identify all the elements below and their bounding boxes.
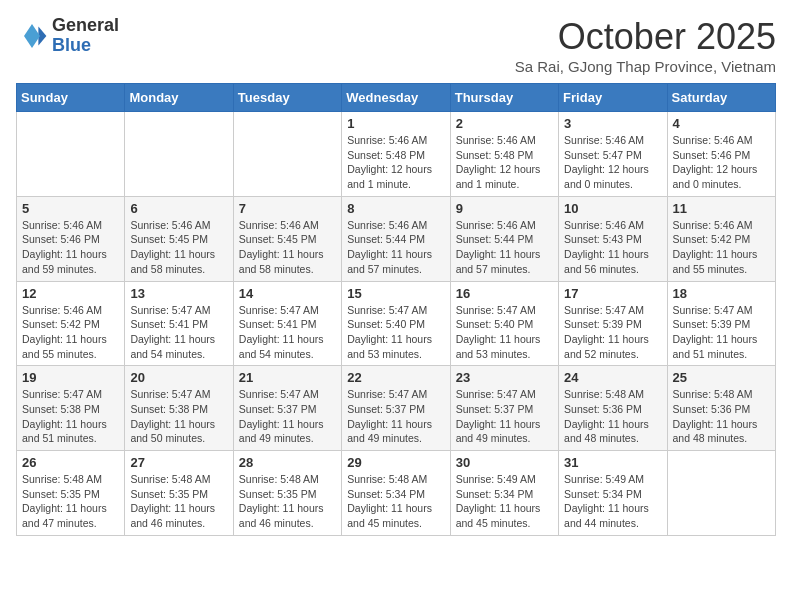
day-info: Sunrise: 5:47 AM Sunset: 5:41 PM Dayligh…	[239, 303, 336, 362]
day-info: Sunrise: 5:48 AM Sunset: 5:34 PM Dayligh…	[347, 472, 444, 531]
calendar-day-cell: 21Sunrise: 5:47 AM Sunset: 5:37 PM Dayli…	[233, 366, 341, 451]
logo-text: General Blue	[52, 16, 119, 56]
day-number: 25	[673, 370, 770, 385]
logo-blue-text: Blue	[52, 35, 91, 55]
calendar-day-cell	[233, 112, 341, 197]
calendar-day-cell: 19Sunrise: 5:47 AM Sunset: 5:38 PM Dayli…	[17, 366, 125, 451]
calendar-day-cell: 10Sunrise: 5:46 AM Sunset: 5:43 PM Dayli…	[559, 196, 667, 281]
calendar-day-cell	[125, 112, 233, 197]
day-info: Sunrise: 5:47 AM Sunset: 5:38 PM Dayligh…	[130, 387, 227, 446]
day-number: 13	[130, 286, 227, 301]
day-number: 7	[239, 201, 336, 216]
day-info: Sunrise: 5:49 AM Sunset: 5:34 PM Dayligh…	[564, 472, 661, 531]
day-number: 6	[130, 201, 227, 216]
day-info: Sunrise: 5:48 AM Sunset: 5:36 PM Dayligh…	[673, 387, 770, 446]
day-info: Sunrise: 5:49 AM Sunset: 5:34 PM Dayligh…	[456, 472, 553, 531]
day-info: Sunrise: 5:46 AM Sunset: 5:42 PM Dayligh…	[673, 218, 770, 277]
calendar-day-cell: 4Sunrise: 5:46 AM Sunset: 5:46 PM Daylig…	[667, 112, 775, 197]
day-info: Sunrise: 5:46 AM Sunset: 5:44 PM Dayligh…	[456, 218, 553, 277]
month-title: October 2025	[515, 16, 776, 58]
day-number: 14	[239, 286, 336, 301]
calendar-day-cell: 26Sunrise: 5:48 AM Sunset: 5:35 PM Dayli…	[17, 451, 125, 536]
day-number: 10	[564, 201, 661, 216]
calendar-day-cell: 15Sunrise: 5:47 AM Sunset: 5:40 PM Dayli…	[342, 281, 450, 366]
calendar-week-row: 19Sunrise: 5:47 AM Sunset: 5:38 PM Dayli…	[17, 366, 776, 451]
day-of-week-header: Wednesday	[342, 84, 450, 112]
calendar-day-cell: 23Sunrise: 5:47 AM Sunset: 5:37 PM Dayli…	[450, 366, 558, 451]
day-of-week-header: Thursday	[450, 84, 558, 112]
day-number: 28	[239, 455, 336, 470]
day-number: 1	[347, 116, 444, 131]
day-number: 24	[564, 370, 661, 385]
title-section: October 2025 Sa Rai, GJong Thap Province…	[515, 16, 776, 75]
calendar-day-cell: 13Sunrise: 5:47 AM Sunset: 5:41 PM Dayli…	[125, 281, 233, 366]
calendar-day-cell: 30Sunrise: 5:49 AM Sunset: 5:34 PM Dayli…	[450, 451, 558, 536]
calendar-table: SundayMondayTuesdayWednesdayThursdayFrid…	[16, 83, 776, 536]
location-subtitle: Sa Rai, GJong Thap Province, Vietnam	[515, 58, 776, 75]
calendar-day-cell: 20Sunrise: 5:47 AM Sunset: 5:38 PM Dayli…	[125, 366, 233, 451]
calendar-header-row: SundayMondayTuesdayWednesdayThursdayFrid…	[17, 84, 776, 112]
day-info: Sunrise: 5:46 AM Sunset: 5:42 PM Dayligh…	[22, 303, 119, 362]
logo: General Blue	[16, 16, 119, 56]
calendar-day-cell: 31Sunrise: 5:49 AM Sunset: 5:34 PM Dayli…	[559, 451, 667, 536]
calendar-day-cell: 29Sunrise: 5:48 AM Sunset: 5:34 PM Dayli…	[342, 451, 450, 536]
calendar-day-cell: 7Sunrise: 5:46 AM Sunset: 5:45 PM Daylig…	[233, 196, 341, 281]
calendar-day-cell: 11Sunrise: 5:46 AM Sunset: 5:42 PM Dayli…	[667, 196, 775, 281]
calendar-week-row: 5Sunrise: 5:46 AM Sunset: 5:46 PM Daylig…	[17, 196, 776, 281]
calendar-day-cell: 17Sunrise: 5:47 AM Sunset: 5:39 PM Dayli…	[559, 281, 667, 366]
day-info: Sunrise: 5:47 AM Sunset: 5:37 PM Dayligh…	[456, 387, 553, 446]
day-of-week-header: Monday	[125, 84, 233, 112]
day-number: 12	[22, 286, 119, 301]
day-info: Sunrise: 5:47 AM Sunset: 5:39 PM Dayligh…	[564, 303, 661, 362]
calendar-day-cell: 1Sunrise: 5:46 AM Sunset: 5:48 PM Daylig…	[342, 112, 450, 197]
day-number: 18	[673, 286, 770, 301]
day-info: Sunrise: 5:46 AM Sunset: 5:45 PM Dayligh…	[130, 218, 227, 277]
calendar-week-row: 12Sunrise: 5:46 AM Sunset: 5:42 PM Dayli…	[17, 281, 776, 366]
day-number: 21	[239, 370, 336, 385]
day-info: Sunrise: 5:47 AM Sunset: 5:40 PM Dayligh…	[456, 303, 553, 362]
day-number: 3	[564, 116, 661, 131]
day-number: 30	[456, 455, 553, 470]
calendar-day-cell	[667, 451, 775, 536]
day-info: Sunrise: 5:47 AM Sunset: 5:37 PM Dayligh…	[347, 387, 444, 446]
calendar-day-cell: 6Sunrise: 5:46 AM Sunset: 5:45 PM Daylig…	[125, 196, 233, 281]
day-info: Sunrise: 5:46 AM Sunset: 5:46 PM Dayligh…	[673, 133, 770, 192]
calendar-week-row: 26Sunrise: 5:48 AM Sunset: 5:35 PM Dayli…	[17, 451, 776, 536]
day-info: Sunrise: 5:48 AM Sunset: 5:35 PM Dayligh…	[130, 472, 227, 531]
page-header: General Blue October 2025 Sa Rai, GJong …	[16, 16, 776, 75]
day-info: Sunrise: 5:46 AM Sunset: 5:48 PM Dayligh…	[456, 133, 553, 192]
day-number: 9	[456, 201, 553, 216]
day-of-week-header: Tuesday	[233, 84, 341, 112]
day-info: Sunrise: 5:47 AM Sunset: 5:41 PM Dayligh…	[130, 303, 227, 362]
calendar-day-cell: 8Sunrise: 5:46 AM Sunset: 5:44 PM Daylig…	[342, 196, 450, 281]
svg-marker-1	[24, 24, 40, 48]
day-number: 16	[456, 286, 553, 301]
day-info: Sunrise: 5:48 AM Sunset: 5:35 PM Dayligh…	[22, 472, 119, 531]
day-number: 17	[564, 286, 661, 301]
day-of-week-header: Saturday	[667, 84, 775, 112]
day-number: 11	[673, 201, 770, 216]
day-info: Sunrise: 5:47 AM Sunset: 5:38 PM Dayligh…	[22, 387, 119, 446]
calendar-day-cell: 5Sunrise: 5:46 AM Sunset: 5:46 PM Daylig…	[17, 196, 125, 281]
day-info: Sunrise: 5:46 AM Sunset: 5:48 PM Dayligh…	[347, 133, 444, 192]
day-number: 22	[347, 370, 444, 385]
day-number: 19	[22, 370, 119, 385]
day-number: 20	[130, 370, 227, 385]
day-number: 5	[22, 201, 119, 216]
day-info: Sunrise: 5:47 AM Sunset: 5:40 PM Dayligh…	[347, 303, 444, 362]
day-info: Sunrise: 5:48 AM Sunset: 5:36 PM Dayligh…	[564, 387, 661, 446]
day-info: Sunrise: 5:46 AM Sunset: 5:43 PM Dayligh…	[564, 218, 661, 277]
day-info: Sunrise: 5:46 AM Sunset: 5:44 PM Dayligh…	[347, 218, 444, 277]
logo-icon	[16, 20, 48, 52]
day-info: Sunrise: 5:47 AM Sunset: 5:37 PM Dayligh…	[239, 387, 336, 446]
day-info: Sunrise: 5:48 AM Sunset: 5:35 PM Dayligh…	[239, 472, 336, 531]
calendar-day-cell: 16Sunrise: 5:47 AM Sunset: 5:40 PM Dayli…	[450, 281, 558, 366]
day-info: Sunrise: 5:47 AM Sunset: 5:39 PM Dayligh…	[673, 303, 770, 362]
day-number: 23	[456, 370, 553, 385]
calendar-day-cell: 9Sunrise: 5:46 AM Sunset: 5:44 PM Daylig…	[450, 196, 558, 281]
calendar-day-cell: 18Sunrise: 5:47 AM Sunset: 5:39 PM Dayli…	[667, 281, 775, 366]
calendar-day-cell: 28Sunrise: 5:48 AM Sunset: 5:35 PM Dayli…	[233, 451, 341, 536]
calendar-day-cell: 27Sunrise: 5:48 AM Sunset: 5:35 PM Dayli…	[125, 451, 233, 536]
calendar-day-cell: 2Sunrise: 5:46 AM Sunset: 5:48 PM Daylig…	[450, 112, 558, 197]
day-number: 4	[673, 116, 770, 131]
